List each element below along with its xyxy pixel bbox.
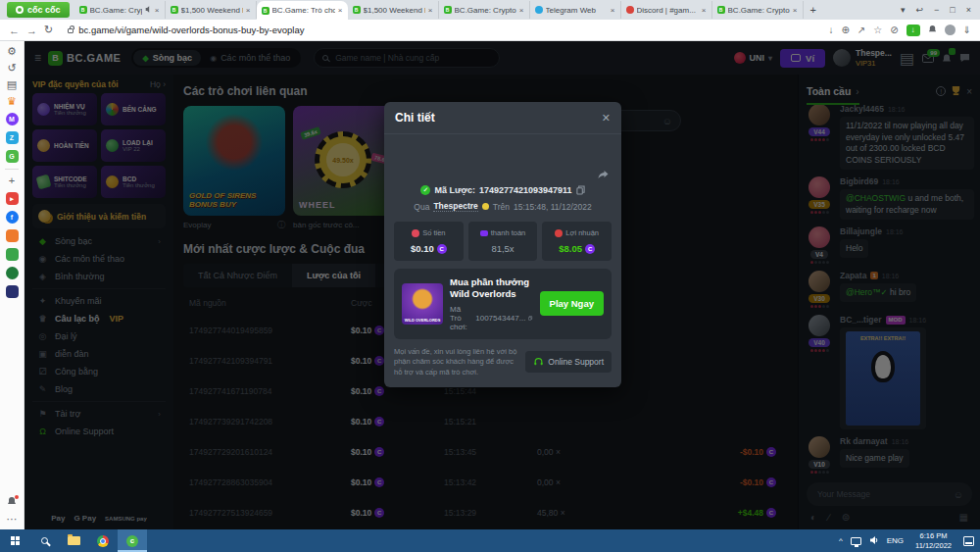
- url-text: bc.game/vi/game/wild-overlords-bonus-buy…: [78, 25, 304, 35]
- browser-tab[interactable]: Telegram Web ×: [530, 1, 621, 19]
- browser-sidebar: ⚙ ↺ ▤ ♛ M Z G + ▸ f ⋯: [0, 41, 24, 529]
- volume-icon[interactable]: [869, 535, 879, 547]
- messenger-icon[interactable]: M: [6, 113, 19, 125]
- browser-tab[interactable]: B $1,500 Weekend Ev... ×: [166, 1, 257, 19]
- bet-details-modal: Chi tiết ✕ ✓ Mã Lược: 174927742109394791…: [384, 102, 621, 387]
- browser-tab[interactable]: B BC.Game: Crypto ×: [74, 1, 166, 19]
- browser-tab[interactable]: B BC.Game: Crypto Ca... ×: [712, 1, 804, 19]
- tab-close-icon[interactable]: ×: [428, 6, 433, 15]
- support-note: Mọi vấn đề, xin vui lòng liên hệ với bộ …: [394, 347, 518, 378]
- bet-datetime: 15:15:48, 11/12/2022: [514, 202, 592, 212]
- coccoc-menu-button[interactable]: cốc cốc: [7, 2, 70, 18]
- favicon-bcgame-icon: B: [171, 6, 178, 14]
- network-icon[interactable]: [851, 537, 861, 545]
- lock-icon: [68, 28, 74, 33]
- tab-close-icon[interactable]: ×: [519, 6, 524, 15]
- favicon-bcgame-icon: B: [353, 6, 361, 14]
- window-controls: ▾ ↩ − □ ×: [892, 0, 980, 20]
- reload-button[interactable]: ↻: [44, 24, 53, 36]
- stat-profit: Lợi nhuận $8.05C: [542, 222, 612, 261]
- adblock-icon[interactable]: ⊘: [890, 25, 898, 35]
- tab-close-icon[interactable]: ×: [246, 6, 251, 15]
- game-title: Mua phần thưởng Wild Overlords: [450, 276, 533, 301]
- youtube-icon[interactable]: ▸: [6, 192, 19, 205]
- notifications-icon[interactable]: [928, 25, 937, 35]
- tab-close-icon[interactable]: ×: [611, 6, 615, 15]
- forward-button[interactable]: →: [26, 25, 37, 36]
- bet-stats: Số tiền $0.10C thanh toán 81,5x Lợi nhuậ…: [394, 222, 612, 261]
- close-button[interactable]: ×: [966, 5, 971, 15]
- tab-audio-icon[interactable]: [145, 6, 152, 15]
- system-tray: ^ ENG 6:16 PM 11/12/2022: [833, 531, 980, 550]
- favicon-bcgame-icon: B: [444, 6, 452, 14]
- stat-payout: thanh toán 81,5x: [468, 222, 538, 261]
- browser-tab[interactable]: Discord | #gam... ×: [621, 1, 712, 19]
- verified-icon: ✓: [420, 185, 430, 195]
- play-now-button[interactable]: Play Ngay: [540, 291, 604, 316]
- video-app-icon[interactable]: Z: [6, 131, 19, 144]
- maximize-button[interactable]: □: [950, 5, 955, 15]
- app-shortcut-icon[interactable]: [6, 248, 19, 261]
- vip-crown-icon[interactable]: ♛: [7, 96, 17, 107]
- facebook-icon[interactable]: f: [6, 211, 19, 224]
- language-indicator[interactable]: ENG: [887, 536, 904, 545]
- addressbar-actions: ↓ ⊕ ↗ ☆ ⊘ ↓ ⇓: [828, 25, 971, 36]
- tab-close-icon[interactable]: ×: [338, 6, 343, 15]
- update-button[interactable]: ↓: [906, 25, 920, 36]
- save-page-icon[interactable]: ↓: [828, 25, 833, 35]
- clock[interactable]: 6:16 PM 11/12/2022: [911, 531, 956, 550]
- tab-search-icon[interactable]: ▾: [901, 5, 906, 15]
- url-field[interactable]: bc.game/vi/game/wild-overlords-bonus-buy…: [60, 23, 821, 38]
- modal-title: Chi tiết: [395, 111, 435, 125]
- sidebar-notifications-icon[interactable]: [7, 496, 17, 508]
- browser-tab-active[interactable]: B BC.Game: Trò chơi s... ×: [257, 1, 348, 20]
- online-support-button[interactable]: Online Support: [525, 351, 612, 373]
- downloads-icon[interactable]: ⇓: [963, 25, 971, 35]
- tray-expand-icon[interactable]: ^: [839, 536, 843, 545]
- player-link[interactable]: Thespectre: [433, 201, 477, 212]
- stat-amount: Số tiền $0.10C: [394, 222, 464, 261]
- session-restore-icon[interactable]: ↩: [915, 5, 923, 15]
- add-shortcut-icon[interactable]: +: [9, 176, 15, 186]
- games-icon[interactable]: G: [6, 150, 19, 163]
- coccoc-logo-icon: [16, 6, 24, 14]
- coccoc-taskbar-icon[interactable]: c: [118, 529, 147, 552]
- action-center-icon[interactable]: [963, 536, 974, 546]
- tab-close-icon[interactable]: ×: [702, 6, 707, 15]
- tab-close-icon[interactable]: ×: [155, 6, 160, 15]
- share-icon[interactable]: ↗: [858, 25, 865, 35]
- translate-icon[interactable]: ⊕: [841, 25, 849, 35]
- copy-icon[interactable]: [528, 314, 532, 323]
- amount-icon: [412, 229, 419, 237]
- start-button[interactable]: [0, 529, 29, 552]
- browser-tab[interactable]: B $1,500 Weekend Ev... ×: [348, 1, 439, 19]
- bcgame-page: ≡ B BC.GAME ◆ Sòng bạc ◉ Các môn thể tha…: [24, 41, 980, 529]
- back-button[interactable]: ←: [9, 25, 20, 36]
- tab-close-icon[interactable]: ×: [793, 6, 798, 15]
- divider: [5, 169, 19, 170]
- new-tab-button[interactable]: +: [804, 4, 823, 16]
- app-shortcut-icon[interactable]: [6, 285, 19, 298]
- favicon-bcgame-icon: B: [79, 6, 87, 14]
- taskbar-search-icon[interactable]: [29, 529, 59, 552]
- copy-icon[interactable]: [576, 185, 585, 195]
- history-icon[interactable]: ↺: [7, 63, 16, 74]
- modal-close-icon[interactable]: ✕: [602, 112, 611, 125]
- settings-icon[interactable]: ⚙: [7, 46, 17, 57]
- minimize-button[interactable]: −: [934, 5, 939, 15]
- profile-icon[interactable]: [945, 25, 956, 35]
- app-shortcut-icon[interactable]: [6, 267, 19, 279]
- game-thumbnail[interactable]: WILD OVERLORDS: [402, 283, 443, 325]
- browser-tab[interactable]: B BC.Game: Crypto Ca... ×: [439, 1, 530, 19]
- coin-icon: C: [585, 244, 595, 254]
- share-icon[interactable]: [597, 170, 610, 181]
- bookmark-star-icon[interactable]: ☆: [873, 25, 882, 35]
- favicon-telegram-icon: [535, 6, 543, 14]
- newsfeed-icon[interactable]: ▤: [7, 79, 17, 90]
- app-shortcut-icon[interactable]: [6, 229, 19, 242]
- favicon-bcgame-icon: B: [262, 7, 270, 15]
- chrome-icon[interactable]: [88, 529, 118, 552]
- more-icon[interactable]: ⋯: [7, 514, 18, 525]
- game-id: 1007543447...: [475, 314, 525, 323]
- file-explorer-icon[interactable]: [59, 529, 88, 552]
